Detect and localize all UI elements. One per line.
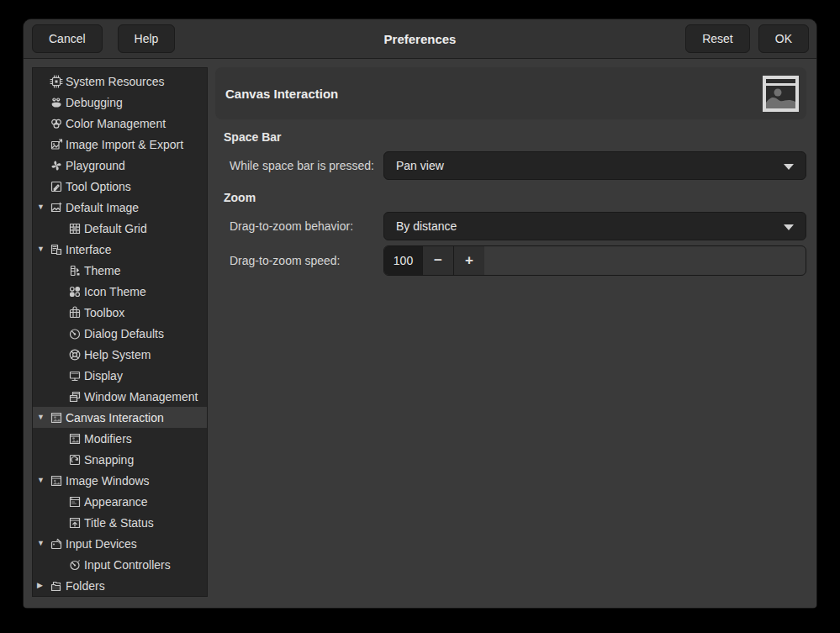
sidebar-item-label: System Resources: [66, 75, 164, 88]
appearance-icon: [68, 495, 82, 509]
sidebar-item-tool-options[interactable]: Tool Options: [33, 176, 207, 197]
collapse-arrow-icon[interactable]: ▼: [36, 203, 50, 211]
sidebar-item-theme[interactable]: Theme: [33, 260, 207, 281]
sidebar-item-label: Toolbox: [84, 306, 124, 319]
dropdown-selected-value: By distance: [396, 219, 457, 233]
playground-icon: [50, 159, 63, 172]
sidebar-item-interface[interactable]: ▼Interface: [33, 239, 207, 260]
sidebar-item-label: Modifiers: [84, 432, 132, 446]
while-space-bar-is-pressed-dropdown[interactable]: Pan view: [383, 151, 806, 180]
sidebar-item-label: Folders: [66, 579, 105, 593]
sidebar-item-image-windows[interactable]: ▼Image Windows: [33, 470, 207, 491]
canvas-interaction-page-icon: [763, 76, 799, 112]
sidebar-item-snapping[interactable]: Snapping: [33, 449, 207, 470]
dropdown-arrow-icon: [784, 164, 794, 170]
sidebar-item-label: Icon Theme: [84, 285, 146, 298]
sidebar-item-input-controllers[interactable]: Input Controllers: [33, 554, 207, 575]
sidebar-item-toolbox[interactable]: Toolbox: [33, 302, 207, 323]
drag-to-zoom-behavior-dropdown[interactable]: By distance: [383, 212, 806, 240]
debugging-icon: [50, 96, 63, 109]
sidebar-item-icon-theme[interactable]: Icon Theme: [33, 281, 207, 302]
sidebar-item-folders[interactable]: ▶Folders: [33, 575, 207, 596]
icon-theme-icon: [68, 285, 82, 298]
modifiers-icon: [68, 432, 82, 446]
help-system-icon: [68, 348, 82, 361]
collapse-arrow-icon[interactable]: ▼: [36, 540, 50, 547]
display-icon: [68, 369, 82, 382]
system-resources-icon: [50, 75, 63, 88]
titlebar-right-buttons: Reset OK: [685, 24, 809, 53]
ok-button[interactable]: OK: [758, 24, 809, 53]
increment-button[interactable]: +: [453, 246, 484, 275]
sidebar-item-label: Title & Status: [84, 516, 154, 530]
titlebar-left-buttons: Cancel Help: [32, 24, 175, 53]
sidebar-item-default-image[interactable]: ▼Default Image: [33, 197, 207, 218]
default-image-icon: [50, 201, 63, 214]
sidebar-item-input-devices[interactable]: ▼Input Devices: [33, 533, 207, 554]
sidebar-item-label: Dialog Defaults: [84, 327, 164, 340]
sidebar-item-label: Default Grid: [84, 222, 147, 235]
sidebar-item-label: Input Controllers: [84, 558, 171, 572]
sidebar-item-label: Color Management: [66, 117, 166, 130]
image-windows-icon: [50, 474, 63, 488]
sidebar-item-playground[interactable]: Playground: [33, 155, 207, 176]
sidebar-item-label: Canvas Interaction: [66, 411, 164, 425]
sidebar-item-label: Playground: [66, 159, 125, 172]
sidebar-item-display[interactable]: Display: [33, 365, 207, 386]
spinner-value-field[interactable]: 100: [384, 246, 422, 275]
setting-row-drag-to-zoom-behavior: Drag-to-zoom behavior:By distance: [230, 212, 806, 240]
title-status-icon: [68, 516, 82, 530]
sidebar-item-window-management[interactable]: Window Management: [33, 386, 207, 407]
sidebar-item-dialog-defaults[interactable]: Dialog Defaults: [33, 323, 207, 344]
titlebar: Cancel Help Preferences Reset OK: [24, 19, 816, 59]
section-heading-space-bar: Space Bar: [224, 130, 806, 144]
snapping-icon: [68, 453, 82, 467]
sidebar-item-help-system[interactable]: Help System: [33, 344, 207, 365]
sidebar-item-label: Debugging: [66, 96, 123, 109]
collapse-arrow-icon[interactable]: ▼: [36, 414, 50, 421]
cancel-button[interactable]: Cancel: [32, 24, 103, 53]
sidebar-item-label: Input Devices: [66, 537, 137, 551]
sidebar-item-appearance[interactable]: Appearance: [33, 491, 207, 512]
window-title: Preferences: [384, 19, 457, 59]
sidebar-item-label: Interface: [66, 243, 111, 256]
sidebar-item-image-import-export[interactable]: Image Import & Export: [33, 134, 207, 155]
sidebar-item-label: Image Import & Export: [66, 138, 183, 151]
sidebar-item-default-grid[interactable]: Default Grid: [33, 218, 207, 239]
reset-button[interactable]: Reset: [685, 24, 750, 53]
decrement-button[interactable]: −: [422, 246, 453, 275]
page-sections: Space BarWhile space bar is pressed:Pan …: [215, 130, 806, 276]
section-heading-zoom: Zoom: [224, 191, 806, 204]
collapse-arrow-icon[interactable]: ▼: [36, 477, 50, 484]
preferences-page: Canvas Interaction Space BarWhile space …: [215, 67, 806, 281]
sidebar-item-system-resources[interactable]: System Resources: [33, 71, 207, 92]
theme-icon: [68, 264, 82, 277]
setting-row-while-space-bar-is-pressed: While space bar is pressed:Pan view: [230, 151, 806, 180]
setting-row-drag-to-zoom-speed: Drag-to-zoom speed:100−+: [230, 245, 806, 276]
sidebar-item-color-management[interactable]: Color Management: [33, 113, 207, 134]
sidebar-item-label: Help System: [84, 348, 151, 361]
sidebar-item-title-status[interactable]: Title & Status: [33, 512, 207, 533]
dialog-defaults-icon: [68, 327, 82, 340]
help-button[interactable]: Help: [118, 24, 176, 53]
folders-icon: [50, 579, 63, 593]
color-management-icon: [50, 117, 63, 130]
drag-to-zoom-speed-spinner: 100−+: [383, 245, 806, 276]
sidebar-item-label: Display: [84, 369, 123, 382]
page-title: Canvas Interaction: [225, 87, 338, 101]
expand-arrow-icon[interactable]: ▶: [36, 582, 50, 589]
tool-options-icon: [50, 180, 63, 193]
canvas-interaction-icon: [50, 411, 63, 425]
input-devices-icon: [50, 537, 63, 551]
sidebar-item-canvas-interaction[interactable]: ▼Canvas Interaction: [33, 407, 207, 428]
sidebar-item-label: Appearance: [84, 495, 148, 509]
dialog-content: System ResourcesDebuggingColor Managemen…: [24, 60, 816, 608]
sidebar-item-label: Snapping: [84, 453, 134, 467]
sidebar-item-label: Tool Options: [66, 180, 131, 193]
sidebar-item-label: Image Windows: [66, 474, 150, 488]
collapse-arrow-icon[interactable]: ▼: [36, 245, 50, 253]
sidebar-item-modifiers[interactable]: Modifiers: [33, 428, 207, 449]
sidebar-item-debugging[interactable]: Debugging: [33, 92, 207, 113]
window-management-icon: [68, 390, 82, 404]
default-grid-icon: [68, 222, 82, 235]
